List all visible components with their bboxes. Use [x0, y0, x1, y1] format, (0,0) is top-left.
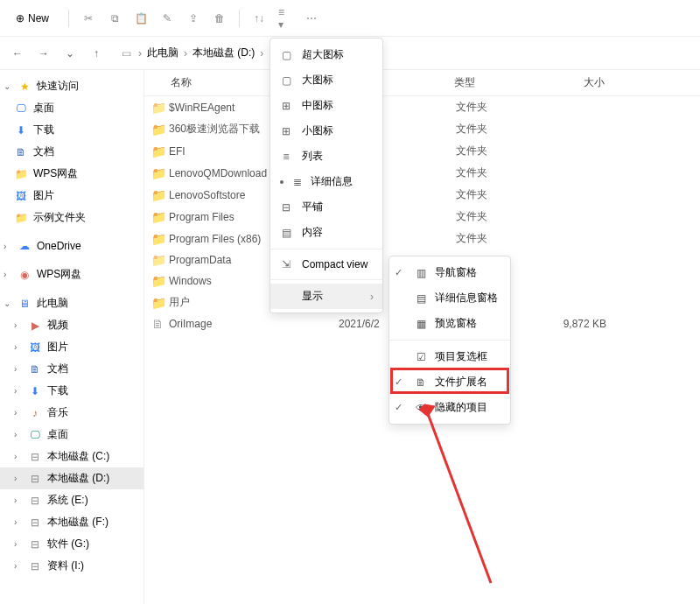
show-detail-pane[interactable]: ▤详细信息窗格	[389, 285, 510, 311]
col-size[interactable]: 大小	[535, 75, 605, 90]
bullet-icon	[279, 180, 284, 184]
file-type: 文件夹	[456, 122, 536, 137]
view-show-submenu[interactable]: 显示›	[270, 284, 382, 309]
document-icon: 🗎	[14, 145, 28, 159]
more-icon[interactable]: ⋯	[304, 11, 318, 25]
breadcrumb-separator: ›	[138, 47, 142, 60]
cut-icon[interactable]: ✂	[81, 11, 95, 25]
sidebar-this-pc[interactable]: ⌄🖥此电脑	[0, 292, 144, 314]
new-button[interactable]: ⊕ New	[9, 9, 56, 28]
menu-separator	[389, 340, 510, 341]
view-extra-large[interactable]: ▢超大图标	[270, 42, 382, 67]
up-button[interactable]: ↑	[88, 47, 105, 60]
wps-icon: ◉	[18, 268, 32, 282]
view-medium[interactable]: ⊞中图标	[270, 93, 382, 118]
folder-icon: 📁	[14, 211, 28, 225]
view-tiles[interactable]: ⊟平铺	[270, 194, 382, 220]
show-checkboxes[interactable]: ☑项目复选框	[389, 344, 510, 369]
copy-icon[interactable]: ⧉	[108, 11, 122, 25]
rename-icon[interactable]: ✎	[160, 11, 174, 25]
show-preview-pane[interactable]: ▦预览窗格	[389, 311, 510, 336]
breadcrumb-pc[interactable]: 此电脑	[147, 46, 178, 60]
view-details[interactable]: ≣详细信息	[270, 169, 382, 194]
video-icon: ▶	[28, 319, 42, 333]
view-large[interactable]: ▢大图标	[270, 67, 382, 93]
file-type: 文件夹	[456, 187, 536, 202]
sidebar-drive-c[interactable]: ›⊟本地磁盘 (C:)	[0, 446, 144, 467]
breadcrumb-drive[interactable]: 本地磁盘 (D:)	[192, 46, 255, 60]
sidebar-wps[interactable]: 📁WPS网盘	[0, 163, 144, 185]
view-icon[interactable]: ≡ ▾	[278, 11, 292, 25]
file-type: 文件夹	[456, 209, 536, 224]
menu-separator	[270, 279, 382, 280]
sidebar-desktop[interactable]: 🖵桌面	[0, 97, 144, 119]
sidebar-music[interactable]: ›♪音乐	[0, 402, 144, 424]
pane-icon: ▤	[414, 292, 428, 305]
folder-icon: 📁	[151, 274, 166, 288]
forward-button[interactable]: →	[35, 47, 52, 60]
sidebar-drive-i[interactable]: ›⊟资料 (I:)	[0, 555, 144, 577]
sidebar-downloads2[interactable]: ›⬇下载	[0, 380, 144, 402]
share-icon[interactable]: ⇪	[186, 11, 200, 25]
back-button[interactable]: ←	[9, 47, 26, 60]
list-icon: ≡	[279, 151, 293, 163]
picture-icon: 🖼	[28, 341, 42, 355]
content-icon: ▤	[279, 227, 293, 239]
sidebar-drive-f[interactable]: ›⊟本地磁盘 (F:)	[0, 511, 144, 533]
recent-dropdown[interactable]: ⌄	[61, 47, 79, 60]
sidebar-onedrive[interactable]: ›☁OneDrive	[0, 235, 144, 256]
desktop-icon: 🖵	[28, 428, 42, 442]
breadcrumb[interactable]: ▭ › 此电脑 › 本地磁盘 (D:) ›	[114, 46, 269, 60]
show-nav-pane[interactable]: ✓▥导航窗格	[389, 260, 510, 285]
view-list[interactable]: ≡列表	[270, 144, 382, 169]
sidebar-documents[interactable]: 🗎文档	[0, 141, 144, 163]
sidebar-sample[interactable]: 📁示例文件夹	[0, 207, 144, 228]
file-size: 9,872 KB	[536, 318, 606, 330]
music-icon: ♪	[28, 406, 42, 420]
table-row[interactable]: 📁360极速浏览器下载3 17:26文件夹	[144, 118, 700, 140]
show-hidden-items[interactable]: ✓👁隐藏的项目	[389, 395, 510, 420]
delete-icon[interactable]: 🗑	[213, 11, 227, 25]
column-headers: 名称 类型 大小	[144, 70, 700, 96]
sidebar-pictures2[interactable]: ›🖼图片	[0, 336, 144, 358]
sidebar-drive-e[interactable]: ›⊟系统 (E:)	[0, 489, 144, 511]
pane-icon: ▥	[414, 267, 428, 279]
file-name: OriImage	[169, 318, 339, 330]
sidebar-quick-access[interactable]: ⌄★快速访问	[0, 75, 144, 97]
sidebar-wps2[interactable]: ›◉WPS网盘	[0, 263, 144, 285]
table-row[interactable]: 📁LenovoQMDownload6 19:40文件夹	[144, 162, 700, 184]
toolbar: ⊕ New ✂ ⧉ 📋 ✎ ⇪ 🗑 ↑↓ ≡ ▾ ⋯	[0, 0, 700, 37]
sort-icon[interactable]: ↑↓	[252, 11, 266, 25]
sidebar-videos[interactable]: ›▶视频	[0, 314, 144, 336]
table-row[interactable]: 📁Program Files (x86)5 15:00文件夹	[144, 228, 700, 249]
sidebar-desktop2[interactable]: ›🖵桌面	[0, 424, 144, 446]
col-type[interactable]: 类型	[454, 75, 535, 90]
show-extensions[interactable]: ✓🗎文件扩展名	[389, 369, 510, 395]
view-content[interactable]: ▤内容	[270, 220, 382, 245]
folder-icon: 📁	[151, 210, 166, 224]
sidebar-drive-g[interactable]: ›⊟软件 (G:)	[0, 533, 144, 555]
breadcrumb-separator: ›	[260, 47, 263, 60]
view-compact[interactable]: ⇲Compact view	[270, 253, 382, 276]
table-row[interactable]: 📁Program Files2:41文件夹	[144, 206, 700, 228]
drive-icon: ⊟	[28, 450, 42, 464]
picture-icon: 🖼	[14, 189, 28, 203]
sidebar-pictures[interactable]: 🖼图片	[0, 185, 144, 207]
sidebar-downloads[interactable]: ⬇下载	[0, 119, 144, 141]
folder-icon: 📁	[151, 188, 166, 202]
paste-icon[interactable]: 📋	[134, 11, 148, 25]
table-row[interactable]: 📁LenovoSoftstore6 23:31文件夹	[144, 184, 700, 206]
sidebar-documents2[interactable]: ›🗎文档	[0, 358, 144, 380]
eye-icon: 👁	[414, 402, 428, 414]
table-row[interactable]: 📁EFI6 17:18文件夹	[144, 140, 700, 162]
details-icon: ≣	[293, 176, 302, 188]
table-row[interactable]: 📁$WinREAgent2:15文件夹	[144, 96, 700, 118]
check-icon: ✓	[395, 402, 407, 413]
check-icon: ✓	[395, 376, 407, 388]
sidebar-drive-d[interactable]: ›⊟本地磁盘 (D:)	[0, 467, 144, 489]
view-small[interactable]: ⊞小图标	[270, 118, 382, 144]
folder-icon: 📁	[151, 232, 166, 246]
file-type: 文件夹	[456, 144, 536, 158]
check-icon: ✓	[395, 267, 407, 278]
new-label: New	[28, 12, 49, 25]
